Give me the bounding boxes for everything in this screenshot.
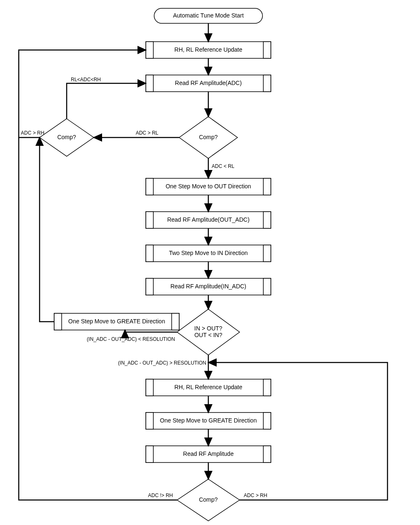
comp2-label: Comp? — [57, 134, 76, 140]
greate2-label: One Step Move to GREATE Direction — [160, 417, 257, 424]
read4-node: Read RF Amplitude — [146, 446, 271, 462]
comp4-label: Comp? — [199, 496, 218, 503]
edge-label-e1: ADC > RL — [136, 130, 159, 136]
svg-rect-5 — [146, 75, 153, 92]
svg-rect-23 — [54, 313, 62, 330]
edge-label-e5: (IN_ADC - OUT_ADC) < RESOLUTION — [87, 336, 175, 342]
start-label: Automatic Tune Mode Start — [173, 12, 244, 19]
edge-label-e7: ADC !> RH — [148, 492, 173, 498]
ref1-node: RH, RL Reference Update — [146, 42, 271, 58]
read4-label: Read RF Amplitude — [183, 450, 234, 457]
edge-label-e4: ADC > RH — [21, 130, 44, 136]
svg-rect-17 — [263, 245, 271, 262]
edge-label-e8: ADC > RH — [244, 492, 267, 498]
edge-label-e6: (IN_ADC - OUT_ADC) > RESOLUTION — [118, 360, 206, 366]
comp3-node: IN > OUT? OUT < IN? — [177, 309, 240, 355]
in2-node: Two Step Move to IN Direction — [146, 245, 271, 262]
read2-node: Read RF Amplitude(OUT_ADC) — [146, 212, 271, 228]
out1-node: One Step Move to OUT Direction — [146, 178, 271, 195]
ref2-label: RH, RL Reference Update — [175, 384, 242, 390]
svg-rect-16 — [146, 245, 153, 262]
comp1-label: Comp? — [199, 134, 218, 140]
edge-label-e3: RL<ADC<RH — [71, 77, 101, 82]
edge-comp2-ref1 — [19, 50, 146, 138]
svg-rect-3 — [263, 42, 271, 58]
read1-label: Read RF Amplitude(ADC) — [175, 80, 242, 86]
svg-rect-33 — [263, 446, 271, 462]
greate1-node: One Step Move to GREATE Direction — [54, 313, 179, 330]
edge-comp2-read1 — [67, 83, 146, 119]
read2-label: Read RF Amplitude(OUT_ADC) — [167, 216, 250, 223]
svg-rect-19 — [146, 278, 153, 295]
greate2-node: One Step Move to GREATE Direction — [146, 412, 271, 429]
read1-node: Read RF Amplitude(ADC) — [146, 75, 271, 92]
start-node: Automatic Tune Mode Start — [154, 8, 262, 23]
comp4-node: Comp? — [177, 479, 240, 521]
edge-label-e2: ADC < RL — [212, 163, 235, 169]
svg-rect-32 — [146, 446, 153, 462]
svg-rect-26 — [146, 379, 153, 396]
comp1-node: Comp? — [179, 117, 238, 158]
svg-rect-20 — [263, 278, 271, 295]
svg-rect-14 — [263, 212, 271, 228]
ref2-node: RH, RL Reference Update — [146, 379, 271, 396]
svg-rect-27 — [263, 379, 271, 396]
out1-label: One Step Move to OUT Direction — [165, 183, 251, 190]
svg-rect-24 — [172, 313, 179, 330]
comp3a-label: IN > OUT? — [194, 325, 222, 332]
in2-label: Two Step Move to IN Direction — [169, 250, 248, 256]
ref1-label: RH, RL Reference Update — [175, 46, 242, 53]
comp3b-label: OUT < IN? — [194, 332, 222, 338]
read3-node: Read RF Amplitude(IN_ADC) — [146, 278, 271, 295]
svg-rect-13 — [146, 212, 153, 228]
svg-rect-29 — [146, 412, 153, 429]
read3-label: Read RF Amplitude(IN_ADC) — [170, 283, 246, 290]
svg-rect-30 — [263, 412, 271, 429]
svg-rect-10 — [146, 178, 153, 195]
comp2-node: Comp? — [40, 119, 94, 156]
edge-greate1-loop — [40, 138, 54, 322]
svg-rect-2 — [146, 42, 153, 58]
svg-rect-6 — [263, 75, 271, 92]
greate1-label: One Step Move to GREATE Direction — [68, 318, 165, 325]
svg-rect-11 — [263, 178, 271, 195]
